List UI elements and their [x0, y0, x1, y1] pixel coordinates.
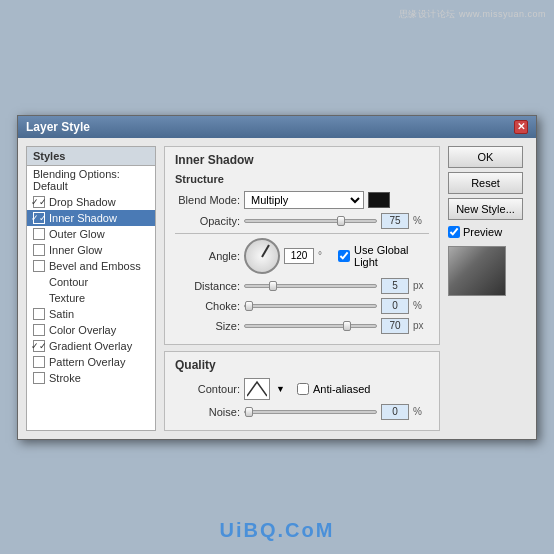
inner-glow-checkbox[interactable] [33, 244, 45, 256]
buttons-panel: OK Reset New Style... Preview [448, 146, 528, 431]
bevel-emboss-label: Bevel and Emboss [49, 260, 141, 272]
size-label: Size: [175, 320, 240, 332]
color-overlay-checkbox[interactable] [33, 324, 45, 336]
sidebar-item-satin[interactable]: Satin [27, 306, 155, 322]
noise-label: Noise: [175, 406, 240, 418]
global-light-checkbox[interactable] [338, 250, 350, 262]
dialog-title: Layer Style [26, 120, 90, 134]
sidebar-item-stroke[interactable]: Stroke [27, 370, 155, 386]
size-unit: px [413, 320, 429, 331]
contour-preview[interactable] [244, 378, 270, 400]
texture-label: Texture [49, 292, 85, 304]
structure-title: Structure [175, 173, 429, 185]
angle-row: Angle: 120 ° Use Global Light [175, 238, 429, 274]
main-content: Inner Shadow Structure Blend Mode: Multi… [164, 146, 440, 431]
sidebar-item-bevel-emboss[interactable]: Bevel and Emboss [27, 258, 155, 274]
inner-shadow-section-title: Inner Shadow [175, 153, 429, 167]
angle-unit: ° [318, 250, 334, 261]
dialog-titlebar: Layer Style ✕ [18, 116, 536, 138]
sidebar-item-texture[interactable]: Texture [27, 290, 155, 306]
inner-glow-label: Inner Glow [49, 244, 102, 256]
preview-row: Preview [448, 226, 528, 238]
satin-checkbox[interactable] [33, 308, 45, 320]
quality-title: Quality [175, 358, 429, 372]
preview-thumbnail [448, 246, 506, 296]
distance-slider[interactable] [244, 284, 377, 288]
anti-aliased-row: Anti-aliased [297, 383, 370, 395]
blend-mode-select[interactable]: Multiply Normal Screen [244, 191, 364, 209]
gradient-overlay-checkbox[interactable]: ✓ [33, 340, 45, 352]
opacity-value[interactable]: 75 [381, 213, 409, 229]
preview-checkbox[interactable] [448, 226, 460, 238]
opacity-row: Opacity: 75 % [175, 213, 429, 229]
reset-button[interactable]: Reset [448, 172, 523, 194]
stroke-label: Stroke [49, 372, 81, 384]
choke-row: Choke: 0 % [175, 298, 429, 314]
opacity-label: Opacity: [175, 215, 240, 227]
blend-mode-row: Blend Mode: Multiply Normal Screen [175, 191, 429, 209]
dialog-body: Styles Blending Options: Default ✓ Drop … [18, 138, 536, 439]
contour-label: Contour: [175, 383, 240, 395]
sidebar-item-label: Blending Options: Default [33, 168, 149, 192]
inner-shadow-section: Inner Shadow Structure Blend Mode: Multi… [164, 146, 440, 345]
outer-glow-label: Outer Glow [49, 228, 105, 240]
distance-row: Distance: 5 px [175, 278, 429, 294]
contour-row: Contour: ▼ Anti-aliased [175, 378, 429, 400]
choke-slider[interactable] [244, 304, 377, 308]
blend-mode-label: Blend Mode: [175, 194, 240, 206]
opacity-slider[interactable] [244, 219, 377, 223]
angle-dial[interactable] [244, 238, 280, 274]
size-slider[interactable] [244, 324, 377, 328]
sidebar-item-color-overlay[interactable]: Color Overlay [27, 322, 155, 338]
anti-aliased-label: Anti-aliased [313, 383, 370, 395]
noise-value[interactable]: 0 [381, 404, 409, 420]
layer-style-dialog: Layer Style ✕ Styles Blending Options: D… [17, 115, 537, 440]
new-style-button[interactable]: New Style... [448, 198, 523, 220]
sidebar-item-contour[interactable]: Contour [27, 274, 155, 290]
contour-label: Contour [49, 276, 88, 288]
sidebar-item-inner-glow[interactable]: Inner Glow [27, 242, 155, 258]
styles-panel-header: Styles [27, 147, 155, 166]
size-row: Size: 70 px [175, 318, 429, 334]
noise-slider[interactable] [244, 410, 377, 414]
global-light-row: Use Global Light [338, 244, 429, 268]
distance-unit: px [413, 280, 429, 291]
sidebar-item-outer-glow[interactable]: Outer Glow [27, 226, 155, 242]
drop-shadow-label: Drop Shadow [49, 196, 116, 208]
styles-panel: Styles Blending Options: Default ✓ Drop … [26, 146, 156, 431]
watermark-top: 思缘设计论坛 www.missyuan.com [399, 8, 546, 21]
distance-label: Distance: [175, 280, 240, 292]
angle-value[interactable]: 120 [284, 248, 314, 264]
noise-row: Noise: 0 % [175, 404, 429, 420]
bevel-emboss-checkbox[interactable] [33, 260, 45, 272]
choke-unit: % [413, 300, 429, 311]
sidebar-item-gradient-overlay[interactable]: ✓ Gradient Overlay [27, 338, 155, 354]
outer-glow-checkbox[interactable] [33, 228, 45, 240]
pattern-overlay-checkbox[interactable] [33, 356, 45, 368]
anti-aliased-checkbox[interactable] [297, 383, 309, 395]
global-light-label: Use Global Light [354, 244, 429, 268]
gradient-overlay-label: Gradient Overlay [49, 340, 132, 352]
preview-label: Preview [463, 226, 502, 238]
sidebar-item-pattern-overlay[interactable]: Pattern Overlay [27, 354, 155, 370]
choke-label: Choke: [175, 300, 240, 312]
opacity-unit: % [413, 215, 429, 226]
ok-button[interactable]: OK [448, 146, 523, 168]
noise-unit: % [413, 406, 429, 417]
sidebar-item-drop-shadow[interactable]: ✓ Drop Shadow [27, 194, 155, 210]
blend-mode-color-swatch[interactable] [368, 192, 390, 208]
inner-shadow-label: Inner Shadow [49, 212, 117, 224]
sidebar-item-blending-options[interactable]: Blending Options: Default [27, 166, 155, 194]
drop-shadow-checkbox[interactable]: ✓ [33, 196, 45, 208]
sidebar-item-inner-shadow[interactable]: ✓ Inner Shadow [27, 210, 155, 226]
satin-label: Satin [49, 308, 74, 320]
size-value[interactable]: 70 [381, 318, 409, 334]
distance-value[interactable]: 5 [381, 278, 409, 294]
color-overlay-label: Color Overlay [49, 324, 116, 336]
stroke-checkbox[interactable] [33, 372, 45, 384]
contour-dropdown-arrow[interactable]: ▼ [276, 384, 285, 394]
choke-value[interactable]: 0 [381, 298, 409, 314]
watermark-bottom: UiBQ.CoM [220, 519, 335, 542]
inner-shadow-checkbox[interactable]: ✓ [33, 212, 45, 224]
close-button[interactable]: ✕ [514, 120, 528, 134]
